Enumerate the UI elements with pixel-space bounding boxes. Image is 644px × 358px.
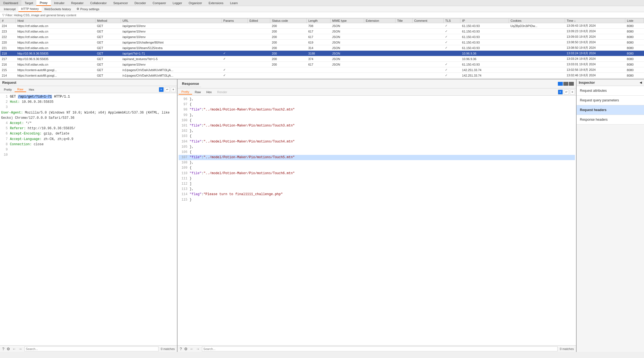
response-footer: ? ⚙ ← → 0 matches <box>178 345 576 352</box>
tab-pretty-response[interactable]: Pretty <box>179 90 192 95</box>
tool-word-wrap[interactable]: ≡ <box>159 87 164 92</box>
tab-intercept[interactable]: Intercept <box>1 6 18 12</box>
inspector-collapse-button[interactable]: ◀ <box>640 81 642 84</box>
tab-hex-request[interactable]: Hex <box>26 87 37 92</box>
response-line: 114"flag":"Please turn to final1111_chal… <box>179 192 575 197</box>
request-content: 1 GET /api/get/?id=1-71 HTTP/1.1 2 Host:… <box>0 93 177 345</box>
col-status[interactable]: Status code <box>270 18 307 23</box>
table-row[interactable]: 215https://content-autofill.googl...GET/… <box>0 67 644 73</box>
resp-tool-highlight[interactable]: ≡ <box>558 90 563 95</box>
response-line: 99 }, <box>179 113 575 118</box>
tool-more[interactable]: ≡ <box>171 87 176 92</box>
request-line-1: 1 GET /api/get/?id=1-71 HTTP/1.1 <box>1 94 176 99</box>
tab-websockets-history[interactable]: WebSockets history <box>42 6 74 12</box>
inspector-item[interactable]: Request query parameters <box>577 96 644 105</box>
response-search-input[interactable] <box>202 346 558 351</box>
tab-pretty-request[interactable]: Pretty <box>1 87 15 92</box>
tab-http-history[interactable]: HTTP history <box>18 6 42 12</box>
table-row[interactable]: 217http://10.96.9.36:55835GET/api/rand_t… <box>0 56 644 62</box>
inspector-title: Inspector <box>579 80 595 85</box>
table-row[interactable]: 214https://content-autofill.googl...GET/… <box>0 73 644 78</box>
nav-intruder[interactable]: Intruder <box>51 0 68 6</box>
inspector-item[interactable]: Response headers <box>577 115 644 125</box>
col-comment[interactable]: Comment <box>412 18 443 23</box>
request-help-icon[interactable]: ? <box>2 347 4 351</box>
col-method[interactable]: Method <box>95 18 121 23</box>
inspector-item[interactable]: Request attributes <box>577 86 644 96</box>
response-line: 100 { <box>179 118 575 123</box>
nav-extensions[interactable]: Extensions <box>205 0 227 6</box>
tab-render-response[interactable]: Render <box>214 90 230 94</box>
response-line: 102 }, <box>179 128 575 134</box>
col-time[interactable]: Time ↓ <box>565 18 625 23</box>
resp-btn-1[interactable] <box>558 82 563 86</box>
col-ip[interactable]: IP <box>460 18 509 23</box>
nav-collaborator[interactable]: Collaborator <box>87 0 110 6</box>
nav-comparer[interactable]: Comparer <box>149 0 169 6</box>
response-top-buttons <box>558 82 574 86</box>
response-forward-icon[interactable]: → <box>196 347 200 351</box>
nav-sequencer[interactable]: Sequencer <box>110 0 131 6</box>
table-row[interactable]: 223https://ctf.xidian.edu.cnGET/api/game… <box>0 29 644 34</box>
request-panel-title: Request <box>0 79 177 86</box>
resp-tool-newline[interactable]: ↵ <box>564 90 569 95</box>
response-help-icon[interactable]: ? <box>180 347 182 351</box>
response-line: 112 ] <box>179 181 575 187</box>
nav-logger[interactable]: Logger <box>169 0 185 6</box>
col-host[interactable]: Host <box>16 18 95 23</box>
resp-btn-3[interactable] <box>569 82 574 86</box>
response-line: 101 "file":"../model/Potion-Maker/Pio/mo… <box>179 123 575 128</box>
response-back-icon[interactable]: ← <box>190 347 194 351</box>
col-mime[interactable]: MIME type <box>331 18 364 23</box>
resp-btn-2[interactable] <box>563 82 568 86</box>
col-id[interactable]: # <box>0 18 16 23</box>
tab-hex-response[interactable]: Hex <box>204 90 215 94</box>
response-line: 104 "file":"../model/Potion-Maker/Pio/mo… <box>179 139 575 144</box>
response-tab-tools: ≡ ↵ ≡ <box>558 90 575 95</box>
request-search-input[interactable] <box>24 346 159 351</box>
inspector-item[interactable]: Request headers <box>577 105 644 115</box>
col-length[interactable]: Length <box>307 18 331 23</box>
nav-repeater[interactable]: Repeater <box>68 0 87 6</box>
nav-target[interactable]: Target <box>21 0 37 6</box>
col-listen[interactable]: Liste <box>625 18 644 23</box>
nav-proxy[interactable]: Proxy <box>36 0 51 6</box>
inspector-panel: Inspector ◀ Request attributesRequest qu… <box>577 79 644 352</box>
table-row[interactable]: 220https://ctf.xidian.edu.cnGET/api/game… <box>0 40 644 45</box>
response-line: 98 "file":"../model/Potion-Maker/Pio/mot… <box>179 107 575 112</box>
col-tls[interactable]: TLS <box>443 18 460 23</box>
filter-icon: ▽ <box>2 13 4 17</box>
request-back-icon[interactable]: ← <box>12 347 16 351</box>
tab-raw-response[interactable]: Raw <box>192 90 204 94</box>
nav-organizer[interactable]: Organizer <box>185 0 205 6</box>
table-row[interactable]: 218http://10.96.9.36:55835GET/api/get/?i… <box>0 51 644 56</box>
response-match-count: 0 matches <box>560 347 574 351</box>
col-extension[interactable]: Extension <box>364 18 395 23</box>
table-row[interactable]: 224https://ctf.xidian.edu.cnGET/api/game… <box>0 23 644 29</box>
response-settings-icon[interactable]: ⚙ <box>184 347 188 351</box>
table-row[interactable]: 222https://ctf.xidian.edu.cnGET/api/game… <box>0 34 644 40</box>
resp-tool-more[interactable]: ≡ <box>570 90 575 95</box>
col-params[interactable]: Params <box>222 18 248 23</box>
col-cookies[interactable]: Cookies <box>509 18 565 23</box>
response-line: 103 { <box>179 134 575 139</box>
col-title[interactable]: Title <box>395 18 412 23</box>
request-line-3: 3 User-Agent: Mozilla/5.0 (Windows NT 10… <box>1 105 176 121</box>
request-tabs: Pretty Raw Hex ≡ ↵ ≡ <box>0 86 177 93</box>
request-forward-icon[interactable]: → <box>18 347 22 351</box>
proxy-settings-button[interactable]: ⚙ Proxy settings <box>74 7 102 11</box>
nav-dashboard[interactable]: Dashboard <box>0 0 21 6</box>
request-match-count: 0 matches <box>161 347 175 351</box>
top-navigation: Dashboard Target Proxy Intruder Repeater… <box>0 0 644 6</box>
nav-decoder[interactable]: Decoder <box>131 0 149 6</box>
request-settings-icon[interactable]: ⚙ <box>7 347 10 351</box>
nav-learn[interactable]: Learn <box>227 0 241 6</box>
tab-raw-request[interactable]: Raw <box>15 87 26 92</box>
response-content: 96 },97 {98 "file":"../model/Potion-Make… <box>178 96 576 345</box>
settings-icon: ⚙ <box>77 7 79 11</box>
col-edited[interactable]: Edited <box>248 18 270 23</box>
table-row[interactable]: 216https://ctf.xidian.edu.cnGET/api/game… <box>0 62 644 67</box>
tool-newline[interactable]: ↵ <box>165 87 170 92</box>
table-row[interactable]: 221https://ctf.xidian.edu.cnGET/api/game… <box>0 45 644 51</box>
col-url[interactable]: URL <box>121 18 222 23</box>
